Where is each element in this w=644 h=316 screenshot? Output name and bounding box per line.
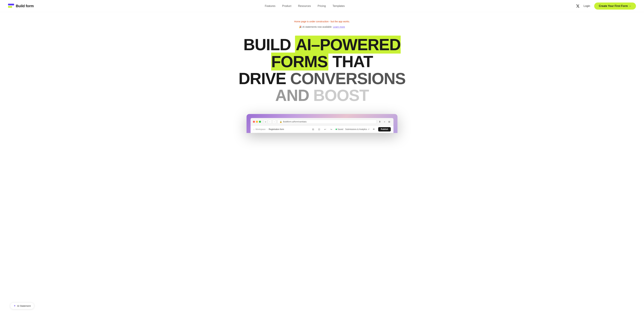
redo-btn[interactable]: ↪: [329, 127, 334, 132]
browser-sidebar-btn[interactable]: ⊡: [264, 120, 267, 124]
breadcrumb-chevron: >: [266, 128, 268, 130]
traffic-light-red[interactable]: [253, 121, 255, 123]
nav-link-pricing[interactable]: Pricing: [318, 5, 326, 8]
toolbar-icon-group: ⊟ ⊡ ↩ ↪: [311, 127, 334, 132]
nav-link-product[interactable]: Product: [282, 5, 291, 8]
create-form-button[interactable]: Create Your First Form →: [594, 3, 636, 10]
headline-line2: DRIVE CONVERSIONS AND BOOST: [230, 70, 414, 104]
nav-link-resources[interactable]: Resources: [298, 5, 311, 8]
headline-line1: BUILD AI–POWERED FORMS THAT: [230, 36, 414, 70]
url-text: Buildform.ai/form/vambatu: [283, 121, 306, 123]
hero-section: Home page is under construction - but th…: [0, 0, 644, 133]
breadcrumb-workspace[interactable]: Workspace: [256, 128, 266, 130]
navbar: Build form Features Product Resources Pr…: [0, 0, 644, 12]
submissions-analytics-btn[interactable]: Submissions & Analytics ↗: [345, 128, 370, 130]
new-tab-btn[interactable]: +: [383, 120, 386, 124]
external-link-icon: ↗: [368, 128, 370, 130]
browser-chrome-top: ⊡ ‹ › 🔒 Buildform.ai/form/vambatu ⬆ + ⊞: [250, 118, 394, 126]
headline-and: AND: [275, 86, 313, 104]
app-preview: ⊡ ‹ › 🔒 Buildform.ai/form/vambatu ⬆ + ⊞: [0, 114, 644, 133]
ai-statement-label: AI Statement: [17, 304, 31, 307]
hero-headline: BUILD AI–POWERED FORMS THAT DRIVE CONVER…: [230, 36, 414, 104]
home-icon: ⌂: [253, 128, 254, 130]
url-bar-actions: ⬆ + ⊞: [378, 120, 391, 124]
logo-bar-top: [8, 4, 14, 5]
nav-link-templates[interactable]: Templates: [332, 5, 345, 8]
headline-build: BUILD: [243, 36, 295, 54]
headline-boost: BOOST: [313, 86, 369, 104]
logo-bar-bottom: [8, 6, 12, 8]
browser-back-btn[interactable]: ‹: [268, 120, 272, 124]
url-bar[interactable]: 🔒 Buildform.ai/form/vambatu: [278, 120, 377, 124]
headline-conversions: CONVERSIONS: [290, 70, 405, 88]
browser-background: ⊡ ‹ › 🔒 Buildform.ai/form/vambatu ⬆ + ⊞: [246, 114, 398, 133]
undo-btn[interactable]: ↩: [323, 127, 328, 132]
devices-btn[interactable]: ⊟: [311, 127, 316, 132]
browser-window: ⊡ ‹ › 🔒 Buildform.ai/form/vambatu ⬆ + ⊞: [246, 114, 398, 133]
logo[interactable]: Build form: [8, 4, 34, 9]
breadcrumb-current: Registration form: [269, 128, 284, 130]
traffic-lights: [253, 121, 261, 123]
sparkle-icon: ✦: [14, 304, 16, 307]
logo-text: Build form: [16, 4, 34, 8]
saved-label: Saved: [338, 128, 343, 130]
browser-controls: ⊡ ‹ ›: [264, 120, 276, 124]
ai-notice-prefix: 🎉 AI statements now available: [299, 26, 332, 28]
saved-dot: [336, 129, 337, 130]
breadcrumb: ⌂ Workspace > Registration form: [253, 128, 284, 130]
sidebar-btn[interactable]: ⊞: [388, 120, 391, 124]
ai-notice-link[interactable]: Learn more: [333, 26, 345, 28]
publish-button[interactable]: Publish: [378, 127, 391, 131]
submissions-label: Submissions & Analytics: [345, 128, 367, 130]
share-btn[interactable]: ⬆: [378, 120, 382, 124]
construction-notice: Home page is under construction - but th…: [294, 20, 350, 23]
browser-chrome: ⊡ ‹ › 🔒 Buildform.ai/form/vambatu ⬆ + ⊞: [250, 118, 394, 133]
login-button[interactable]: Login: [584, 5, 590, 8]
comments-btn[interactable]: ⊡: [317, 127, 322, 132]
browser-forward-btn[interactable]: ›: [272, 120, 276, 124]
traffic-light-yellow[interactable]: [256, 121, 258, 123]
preview-btn[interactable]: 👁: [372, 127, 376, 132]
app-toolbar: ⌂ Workspace > Registration form ⊟ ⊡ ↩ ↪: [250, 126, 394, 133]
headline-that: THAT: [328, 53, 373, 71]
twitter-icon[interactable]: [576, 4, 580, 8]
nav-link-features[interactable]: Features: [265, 5, 276, 8]
navbar-actions: Login Create Your First Form →: [576, 3, 636, 10]
ai-notice: 🎉 AI statements now available Learn more: [299, 26, 345, 28]
traffic-light-green[interactable]: [259, 121, 261, 123]
saved-badge: Saved: [336, 128, 343, 130]
navbar-nav: Features Product Resources Pricing Templ…: [265, 5, 345, 8]
logo-icon: [8, 4, 14, 9]
ai-statement-badge[interactable]: ✦ AI Statement: [10, 302, 34, 309]
lock-icon: 🔒: [280, 121, 282, 123]
toolbar-right-actions: ⊟ ⊡ ↩ ↪ Saved Submissions & Analytics: [311, 127, 391, 132]
headline-drive: DRIVE: [238, 70, 290, 88]
